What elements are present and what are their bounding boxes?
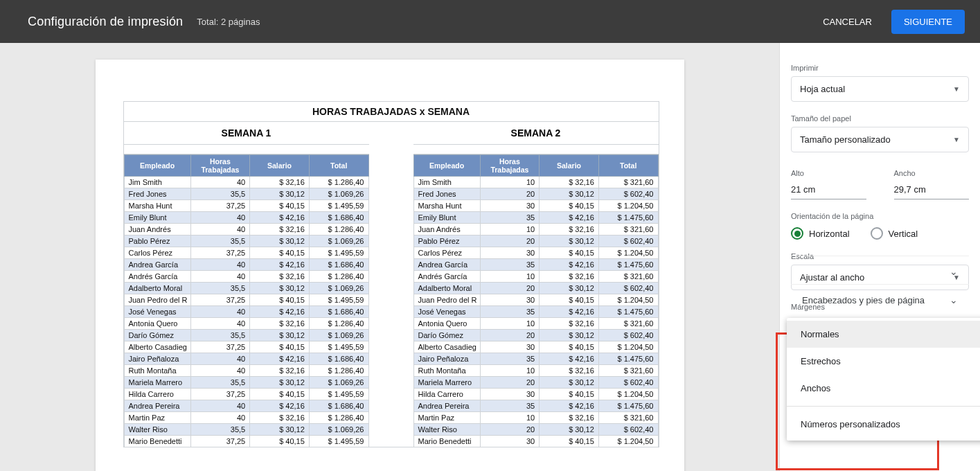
table-row: Carlos Pérez30$ 40,15$ 1.204,50 [413,247,658,259]
table-row: Antonia Quero40$ 32,16$ 1.286,40 [124,318,368,330]
table-row: Alberto Casadieg30$ 40,15$ 1.204,50 [413,341,658,353]
table-row: Jairo Peñaloza35$ 42,16$ 1.475,60 [413,353,658,365]
table-row: José Venegas35$ 42,16$ 1.475,60 [413,306,658,318]
page-title: Configuración de impresión [28,15,183,29]
table-row: Emily Blunt35$ 42,16$ 1.475,60 [413,212,658,224]
table-row: Mario Benedetti30$ 40,15$ 1.204,50 [413,436,658,447]
preview-scroll-area[interactable]: HORAS TRABAJADAS x SEMANA SEMANA 1 Emple… [0,43,779,471]
height-label: Alto [791,169,866,177]
cancel-button[interactable]: CANCELAR [810,10,884,34]
table-row: Pablo Pérez35,5$ 30,12$ 1.069,26 [124,236,368,247]
table-row: Adalberto Moral35,5$ 30,12$ 1.069,26 [124,283,368,294]
table-header-row: EmpleadoHoras TrabajadasSalarioTotal [124,155,368,177]
col-hours: Horas Trabajadas [190,155,250,177]
total-pages: Total: 2 páginas [197,17,260,27]
margins-option-normal[interactable]: Normales [787,321,980,348]
table-row: Darío Gómez35,5$ 30,12$ 1.069,26 [124,330,368,341]
table-row: Alberto Casadieg37,25$ 40,15$ 1.495,59 [124,341,368,353]
col-total: Total [309,155,368,177]
settings-sidebar: Imprimir Hoja actual ▼ Tamaño del papel … [779,43,980,471]
print-preview-page: HORAS TRABAJADAS x SEMANA SEMANA 1 Emple… [96,60,684,471]
table-row: Andrés García40$ 32,16$ 1.286,40 [124,271,368,283]
table-row: Antonia Quero10$ 32,16$ 321,60 [413,318,658,330]
print-select[interactable]: Hoja actual ▼ [791,76,969,102]
week2-table: EmpleadoHoras TrabajadasSalarioTotalJim … [413,154,659,447]
table-row: Hilda Carrero37,25$ 40,15$ 1.495,59 [124,389,368,400]
table-row: Jim Smith10$ 32,16$ 321,60 [413,177,658,188]
collapse-row-blank[interactable]: ⌄ [791,256,969,284]
paper-size-label: Tamaño del papel [791,114,969,123]
width-input[interactable] [894,181,970,199]
col-emp: Empleado [124,155,190,177]
table-row: Mariela Marrero20$ 30,12$ 602,40 [413,377,658,389]
chevron-down-icon: ⌄ [950,294,958,305]
paper-size-value: Tamaño personalizado [800,134,891,145]
table-row: Juan Andrés10$ 32,16$ 321,60 [413,224,658,236]
table-row: Walter Riso20$ 30,12$ 602,40 [413,424,658,436]
orientation-horizontal-radio[interactable]: Horizontal [791,227,850,240]
height-input[interactable] [791,181,866,199]
table-row: Carlos Pérez37,25$ 40,15$ 1.495,59 [124,247,368,259]
table-header-row: EmpleadoHoras TrabajadasSalarioTotal [413,155,658,177]
orientation-vertical-label: Vertical [889,229,918,239]
table-row: Jim Smith40$ 32,16$ 1.286,40 [124,177,368,188]
margins-option-wide[interactable]: Anchos [787,375,980,402]
table-row: Andrea García35$ 42,16$ 1.475,60 [413,259,658,271]
table-row: Juan Andrés40$ 32,16$ 1.286,40 [124,224,368,236]
table-row: Emily Blunt40$ 42,16$ 1.686,40 [124,212,368,224]
margins-option-narrow[interactable]: Estrechos [787,348,980,375]
radio-icon [871,227,883,240]
paper-size-select[interactable]: Tamaño personalizado ▼ [791,127,969,152]
table-row: Mario Benedetti37,25$ 40,15$ 1.495,59 [124,436,368,447]
table-row: Jairo Peñaloza40$ 42,16$ 1.686,40 [124,353,368,365]
orientation-horizontal-label: Horizontal [809,229,850,239]
week1-header: SEMANA 1 [124,122,369,145]
print-select-value: Hoja actual [800,84,845,94]
print-label: Imprimir [791,64,969,72]
chevron-down-icon: ▼ [953,85,960,93]
table-row: Martin Paz40$ 32,16$ 1.286,40 [124,412,368,424]
week1-table: EmpleadoHoras TrabajadasSalarioTotalJim … [124,154,369,447]
collapse-row-headers-footers[interactable]: Encabezados y pies de página ⌄ [791,284,969,312]
table-row: Andrea Pereira40$ 42,16$ 1.686,40 [124,400,368,412]
table-row: Juan Pedro del R37,25$ 40,15$ 1.495,59 [124,294,368,306]
width-label: Ancho [894,169,970,177]
col-hours: Horas Trabajadas [480,155,540,177]
table-row: Fred Jones20$ 30,12$ 602,40 [413,188,658,200]
next-button[interactable]: SIGUIENTE [891,10,965,34]
table-row: Andrea Pereira35$ 42,16$ 1.475,60 [413,400,658,412]
margins-dropdown: Normales Estrechos Anchos Números person… [787,318,980,441]
table-row: Fred Jones35,5$ 30,12$ 1.069,26 [124,188,368,200]
table-row: Marsha Hunt30$ 40,15$ 1.204,50 [413,200,658,212]
table-row: Pablo Pérez20$ 30,12$ 602,40 [413,236,658,247]
col-salary: Salario [250,155,310,177]
col-total: Total [598,155,658,177]
radio-icon [791,227,803,240]
col-emp: Empleado [413,155,480,177]
table-row: Ruth Montaña10$ 32,16$ 321,60 [413,365,658,377]
orientation-label: Orientación de la página [791,212,969,220]
table-row: Juan Pedro del R30$ 40,15$ 1.204,50 [413,294,658,306]
table-row: Hilda Carrero30$ 40,15$ 1.204,50 [413,389,658,400]
table-row: Marsha Hunt37,25$ 40,15$ 1.495,59 [124,200,368,212]
week2-header: SEMANA 2 [413,122,659,145]
table-row: Andrea García40$ 42,16$ 1.686,40 [124,259,368,271]
table-row: José Venegas40$ 42,16$ 1.686,40 [124,306,368,318]
table-row: Martin Paz10$ 32,16$ 321,60 [413,412,658,424]
table-row: Mariela Marrero35,5$ 30,12$ 1.069,26 [124,377,368,389]
chevron-down-icon: ⌄ [950,266,958,277]
chevron-down-icon: ▼ [953,136,960,143]
table-row: Ruth Montaña40$ 32,16$ 1.286,40 [124,365,368,377]
table-row: Adalberto Moral20$ 30,12$ 602,40 [413,283,658,294]
table-row: Andrés García10$ 32,16$ 321,60 [413,271,658,283]
topbar: Configuración de impresión Total: 2 pági… [0,0,980,43]
table-row: Darío Gómez20$ 30,12$ 602,40 [413,330,658,341]
margins-option-custom[interactable]: Números personalizados [787,411,980,438]
col-salary: Salario [540,155,599,177]
table-row: Walter Riso35,5$ 30,12$ 1.069,26 [124,424,368,436]
orientation-vertical-radio[interactable]: Vertical [871,227,918,240]
headers-footers-label: Encabezados y pies de página [802,295,925,305]
sheet-title: HORAS TRABAJADAS x SEMANA [123,101,659,122]
